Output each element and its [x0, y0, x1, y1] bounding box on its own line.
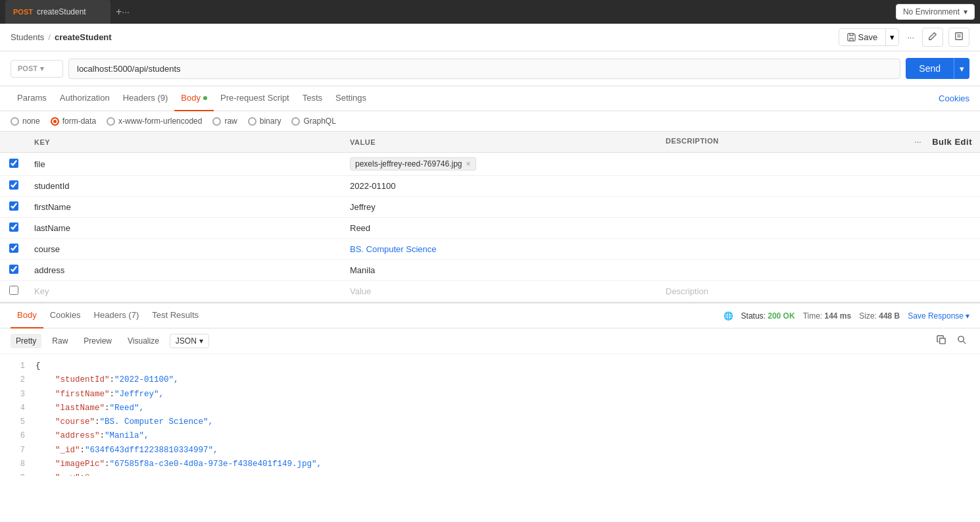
json-line: 5 "course": "BS. Computer Science",	[0, 415, 980, 429]
col-description: DESCRIPTION ··· Bulk Edit	[658, 132, 980, 153]
send-button-group: Send ▾	[906, 58, 969, 79]
save-button-group: Save ▾	[839, 28, 900, 46]
body-type-form-data[interactable]: form-data	[51, 117, 96, 126]
body-type-graphql[interactable]: GraphQL	[291, 117, 335, 126]
status-value: 200 OK	[768, 311, 795, 321]
tab-authorization[interactable]: Authorization	[53, 86, 116, 111]
value-cell: Manila	[350, 265, 375, 275]
save-response-chevron: ▾	[966, 311, 969, 321]
col-key: KEY	[26, 132, 342, 153]
row-checkbox-5[interactable]	[9, 265, 18, 274]
svg-rect-0	[956, 33, 963, 40]
tab-more-button[interactable]: ···	[122, 7, 130, 17]
edit-icon	[928, 32, 937, 41]
save-response-button[interactable]: Save Response ▾	[908, 311, 969, 321]
row-checkbox-2[interactable]	[9, 201, 18, 211]
svg-rect-3	[940, 338, 945, 344]
bulk-edit-button[interactable]: Bulk Edit	[932, 137, 972, 147]
key-cell: lastName	[34, 223, 70, 233]
value-cell: Reed	[350, 223, 370, 233]
tab-method: POST	[13, 8, 33, 16]
tab-pre-request[interactable]: Pre-request Script	[214, 86, 296, 111]
save-dropdown-button[interactable]: ▾	[885, 29, 898, 45]
tab-tests[interactable]: Tests	[296, 86, 329, 111]
remove-file-button[interactable]: ×	[466, 159, 471, 169]
json-line: 8 "imagePic": "67585f8a-c3e0-4d0a-973e-f…	[0, 457, 980, 471]
value-cell: Jeffrey	[350, 202, 376, 212]
send-dropdown-button[interactable]: ▾	[954, 58, 969, 79]
send-button[interactable]: Send	[906, 58, 954, 79]
table-row: course BS. Computer Science	[0, 239, 980, 260]
top-bar: POST createStudent + ··· No Environment …	[0, 0, 980, 24]
body-type-urlencoded[interactable]: x-www-form-urlencoded	[107, 117, 202, 126]
json-line: 4 "lastName": "Reed",	[0, 402, 980, 415]
tab-headers[interactable]: Headers (9)	[116, 86, 175, 111]
json-line: 9 "__v": 0	[0, 471, 980, 476]
json-format-select[interactable]: JSON ▾	[170, 334, 209, 348]
res-tab-cookies[interactable]: Cookies	[43, 303, 87, 328]
table-row-empty: Key Value Description	[0, 281, 980, 302]
res-tab-headers[interactable]: Headers (7)	[87, 303, 146, 328]
body-type-none[interactable]: none	[11, 117, 40, 126]
radio-graphql	[291, 117, 300, 126]
format-preview[interactable]: Preview	[78, 334, 117, 348]
file-tag: pexels-jeffrey-reed-769746.jpg ×	[350, 157, 476, 170]
breadcrumb-actions: Save ▾ ···	[839, 28, 969, 47]
copy-icon[interactable]	[934, 332, 949, 350]
res-tab-body[interactable]: Body	[11, 303, 43, 328]
json-line: 7 "_id": "634f643dff12238810334997",	[0, 444, 980, 457]
json-line: 2 "studentId": "2022-01100",	[0, 373, 980, 387]
tab-body[interactable]: Body	[174, 86, 214, 111]
breadcrumb-separator: /	[48, 32, 51, 42]
row-checkbox-1[interactable]	[9, 180, 18, 190]
format-pretty[interactable]: Pretty	[11, 334, 41, 348]
empty-row-checkbox[interactable]	[9, 286, 18, 295]
tab-settings[interactable]: Settings	[329, 86, 373, 111]
key-cell: course	[34, 244, 60, 254]
cookies-link[interactable]: Cookies	[939, 93, 969, 103]
res-tab-test-results[interactable]: Test Results	[145, 303, 205, 328]
breadcrumb-parent[interactable]: Students	[11, 32, 44, 42]
params-table: KEY VALUE DESCRIPTION ··· Bulk Edit	[0, 132, 980, 302]
radio-binary	[248, 117, 257, 126]
key-cell: studentId	[34, 181, 70, 191]
svg-line-5	[963, 341, 966, 344]
breadcrumb-bar: Students / createStudent Save ▾ ···	[0, 24, 980, 51]
environment-selector[interactable]: No Environment ▾	[896, 4, 975, 20]
value-placeholder: Value	[350, 286, 371, 296]
row-checkbox-0[interactable]	[9, 159, 18, 168]
table-more-button[interactable]: ···	[914, 138, 921, 146]
table-row: studentId 2022-01100	[0, 176, 980, 197]
url-input[interactable]	[68, 59, 900, 79]
active-tab[interactable]: POST createStudent	[5, 0, 110, 24]
body-type-raw[interactable]: raw	[212, 117, 237, 126]
more-actions-button[interactable]: ···	[904, 30, 917, 45]
response-tabs-bar: Body Cookies Headers (7) Test Results 🌐 …	[0, 303, 980, 328]
time-value: 144 ms	[825, 311, 852, 321]
description-button[interactable]	[948, 28, 969, 47]
edit-button[interactable]	[922, 28, 943, 47]
tab-params[interactable]: Params	[11, 86, 53, 111]
table-row: firstName Jeffrey	[0, 197, 980, 218]
body-type-binary[interactable]: binary	[248, 117, 282, 126]
top-bar-right: No Environment ▾	[896, 4, 975, 20]
body-type-row: none form-data x-www-form-urlencoded raw…	[0, 111, 980, 132]
format-visualize[interactable]: Visualize	[122, 334, 164, 348]
row-checkbox-3[interactable]	[9, 222, 18, 232]
breadcrumb: Students / createStudent	[11, 32, 112, 42]
save-button[interactable]: Save	[839, 29, 886, 45]
response-status: 🌐 Status: 200 OK Time: 144 ms Size: 448 …	[723, 311, 969, 321]
method-select[interactable]: POST ▾	[11, 60, 63, 78]
radio-form-data	[51, 117, 59, 126]
chevron-down-icon: ▾	[964, 7, 968, 16]
description-placeholder: Description	[666, 286, 708, 296]
format-bar: Pretty Raw Preview Visualize JSON ▾	[0, 328, 980, 354]
row-checkbox-4[interactable]	[9, 244, 18, 253]
search-icon[interactable]	[954, 332, 969, 350]
table-row: lastName Reed	[0, 218, 980, 239]
json-line: 1{	[0, 359, 980, 373]
format-raw[interactable]: Raw	[47, 334, 73, 348]
table-row: file pexels-jeffrey-reed-769746.jpg ×	[0, 153, 980, 176]
params-table-container: KEY VALUE DESCRIPTION ··· Bulk Edit	[0, 132, 980, 302]
add-tab-button[interactable]: +	[116, 6, 122, 18]
